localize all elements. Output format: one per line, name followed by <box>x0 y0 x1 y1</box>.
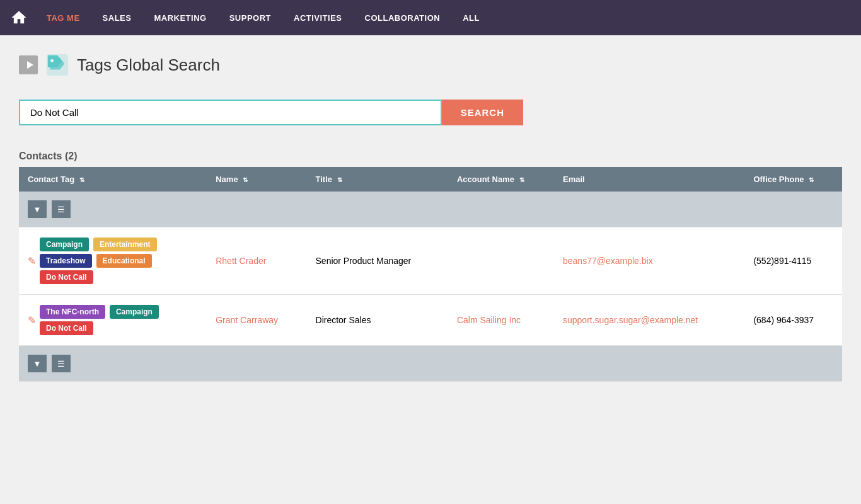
edit-icon-row2[interactable]: ✎ <box>28 314 36 326</box>
tags-container-row1: Campaign Entertainment Tradeshow Educati… <box>40 236 159 285</box>
contact-phone-row1: (552)891-4115 <box>753 256 811 266</box>
search-button[interactable]: SEARCH <box>442 100 523 125</box>
table-row: ✎ Campaign Entertainment Tradeshow Educa… <box>19 227 842 295</box>
contacts-section: Contacts (2) Contact Tag ⇅ Name ⇅ Title … <box>19 151 842 382</box>
cell-account-row1 <box>448 227 554 295</box>
columns-button-bottom[interactable]: ☰ <box>52 355 71 372</box>
page-header: Tags Global Search <box>19 48 842 82</box>
tags-container-row2: The NFC-north Campaign Do Not Call <box>40 304 161 336</box>
columns-button-top[interactable]: ☰ <box>52 200 71 218</box>
nav-items: TAG ME SALES MARKETING SUPPORT ACTIVITIE… <box>35 0 491 35</box>
filter-button-top[interactable]: ▼ <box>28 200 47 218</box>
edit-icon-row1[interactable]: ✎ <box>28 255 36 267</box>
contact-name-link-row2[interactable]: Grant Carraway <box>216 315 278 325</box>
contact-email-link-row1[interactable]: beans77@example.bix <box>563 256 653 266</box>
sidebar-toggle[interactable] <box>19 55 38 74</box>
nav-item-tag-me[interactable]: TAG ME <box>35 0 91 35</box>
nav-item-activities[interactable]: ACTIVITIES <box>282 0 354 35</box>
table-toolbar-top: ▼ ☰ <box>19 192 842 227</box>
contacts-table: Contact Tag ⇅ Name ⇅ Title ⇅ Account Nam… <box>19 167 842 382</box>
cell-phone-row2: (684) 964-3937 <box>744 295 842 346</box>
contact-email-link-row2[interactable]: support.sugar.sugar@example.net <box>563 315 698 325</box>
navbar: TAG ME SALES MARKETING SUPPORT ACTIVITIE… <box>0 0 861 35</box>
home-button[interactable] <box>10 9 28 26</box>
toggle-icon <box>23 61 33 69</box>
col-header-contact-tag: Contact Tag ⇅ <box>19 167 207 192</box>
nav-item-all[interactable]: ALL <box>451 0 491 35</box>
cell-title-row2: Director Sales <box>307 295 448 346</box>
nav-item-support[interactable]: SUPPORT <box>218 0 282 35</box>
contact-title-row2: Director Sales <box>316 315 371 325</box>
col-header-email: Email <box>554 167 744 192</box>
home-icon <box>10 9 28 26</box>
cell-name-row1: Rhett Crader <box>207 227 306 295</box>
cell-tags-row1: ✎ Campaign Entertainment Tradeshow Educa… <box>19 227 207 295</box>
nav-item-collaboration[interactable]: COLLABORATION <box>354 0 452 35</box>
cell-account-row2: Calm Sailing Inc <box>448 295 554 346</box>
table-header-row: Contact Tag ⇅ Name ⇅ Title ⇅ Account Nam… <box>19 167 842 192</box>
sort-arrows-account-name[interactable]: ⇅ <box>519 176 524 183</box>
filter-button-bottom[interactable]: ▼ <box>28 355 47 372</box>
page-tags-icon <box>45 53 69 77</box>
cell-name-row2: Grant Carraway <box>207 295 306 346</box>
page-title: Tags Global Search <box>77 55 220 75</box>
col-header-office-phone: Office Phone ⇅ <box>744 167 842 192</box>
nav-item-marketing[interactable]: MARKETING <box>142 0 217 35</box>
svg-marker-0 <box>27 61 33 69</box>
tag-nfc-north-row2[interactable]: The NFC-north <box>40 305 105 319</box>
contact-account-link-row2[interactable]: Calm Sailing Inc <box>457 315 521 325</box>
cell-email-row1: beans77@example.bix <box>554 227 744 295</box>
sort-arrows-contact-tag[interactable]: ⇅ <box>79 176 84 183</box>
cell-email-row2: support.sugar.sugar@example.net <box>554 295 744 346</box>
cell-title-row1: Senior Product Manager <box>307 227 448 295</box>
col-header-name: Name ⇅ <box>207 167 306 192</box>
sort-arrows-office-phone[interactable]: ⇅ <box>809 176 814 183</box>
tag-entertainment-row1[interactable]: Entertainment <box>93 238 157 251</box>
sort-arrows-name[interactable]: ⇅ <box>243 176 248 183</box>
tag-do-not-call-row1[interactable]: Do Not Call <box>40 270 93 284</box>
table-toolbar-bottom: ▼ ☰ <box>19 346 842 382</box>
section-header: Contacts (2) <box>19 151 842 162</box>
contact-title-row1: Senior Product Manager <box>316 256 412 266</box>
tag-educational-row1[interactable]: Educational <box>96 254 152 268</box>
tag-campaign-row2[interactable]: Campaign <box>110 305 159 319</box>
contact-name-link-row1[interactable]: Rhett Crader <box>216 256 266 266</box>
tag-tradeshow-row1[interactable]: Tradeshow <box>40 254 92 268</box>
cell-tags-row2: ✎ The NFC-north Campaign Do Not Call <box>19 295 207 346</box>
svg-point-2 <box>50 59 54 62</box>
sort-arrows-title[interactable]: ⇅ <box>337 176 342 183</box>
table-row: ✎ The NFC-north Campaign Do Not Call Gra… <box>19 295 842 346</box>
tag-do-not-call-row2[interactable]: Do Not Call <box>40 321 93 335</box>
nav-item-sales[interactable]: SALES <box>91 0 143 35</box>
tag-campaign-row1[interactable]: Campaign <box>40 238 89 251</box>
search-area: SEARCH <box>19 100 523 125</box>
cell-phone-row1: (552)891-4115 <box>744 227 842 295</box>
col-header-title: Title ⇅ <box>307 167 448 192</box>
search-input[interactable] <box>19 100 442 125</box>
page-content: Tags Global Search SEARCH Contacts (2) C… <box>0 35 861 394</box>
contact-phone-row2: (684) 964-3937 <box>753 315 814 325</box>
col-header-account-name: Account Name ⇅ <box>448 167 554 192</box>
